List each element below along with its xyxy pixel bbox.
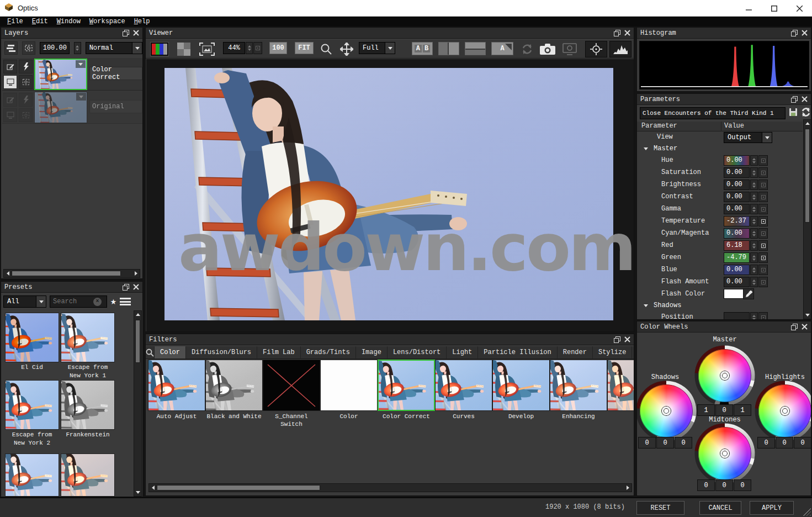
tab-image[interactable]: Image [356,346,388,358]
layer-thumbnail[interactable] [34,92,87,123]
filter-item[interactable]: Curves [435,360,492,427]
param-value-input[interactable]: 0.00 [724,167,750,178]
menu-file[interactable]: File [3,18,27,25]
param-spinner[interactable] [750,167,758,178]
float-panel-icon[interactable] [791,30,798,36]
param-value-input[interactable]: -4.79 [724,252,750,263]
param-spinner[interactable] [750,277,758,287]
close-panel-icon[interactable] [624,30,630,36]
view-mode-select[interactable]: Full [359,42,395,54]
param-spinner[interactable] [750,216,758,226]
presets-vertical-scrollbar[interactable] [134,310,142,497]
cancel-button[interactable]: CANCEL [699,501,741,515]
chevron-down-icon[interactable] [76,60,86,68]
close-panel-icon[interactable] [802,324,808,330]
param-reset-icon[interactable] [758,204,768,214]
param-spinner[interactable] [750,252,758,263]
param-value-input[interactable]: 0.00 [724,155,750,166]
param-reset-icon[interactable] [758,167,768,178]
close-button[interactable] [787,0,812,17]
layer-opacity-spinner[interactable] [74,42,81,54]
pan-tool-icon[interactable] [339,42,354,56]
filter-item[interactable]: S_Channel Switch [263,360,320,427]
layer-visibility-icon[interactable] [3,75,17,89]
preset-name-field[interactable]: Close Encounters of the Third Kind 1 [640,107,786,119]
resize-grip[interactable] [803,508,811,516]
preset-item[interactable]: Escape from New York 1 [61,313,115,380]
scroll-right-icon[interactable] [132,270,140,277]
close-panel-icon[interactable] [624,336,630,342]
scrollbar-thumb[interactable] [157,485,320,490]
layer-row-original[interactable]: Original [2,91,142,124]
param-reset-icon[interactable] [758,252,768,263]
save-preset-icon[interactable] [789,108,798,119]
layer-name[interactable]: Original [89,100,142,113]
fit-button[interactable]: FIT [295,42,314,54]
layer-list-icon[interactable] [4,41,18,55]
color-wheel-master[interactable] [691,341,759,410]
zoom-reset-icon[interactable] [253,42,262,54]
eyedropper-icon[interactable] [743,288,754,299]
wheel-value[interactable]: 0 [734,479,751,491]
param-value-input[interactable]: 0.00 [724,277,750,287]
preset-item[interactable]: Frankenstein [61,380,115,439]
param-spinner[interactable] [750,155,758,166]
param-spinner[interactable] [750,192,758,202]
wheel-value[interactable]: 0 [697,479,715,491]
zoom-level-input[interactable]: 44% [223,42,245,54]
wheel-value[interactable]: 0 [656,437,674,449]
menu-workspace[interactable]: Workspace [86,18,129,25]
section-master[interactable]: Master [637,144,803,155]
param-spinner[interactable] [750,180,758,190]
float-panel-icon[interactable] [123,284,129,291]
filter-item[interactable]: Develop [492,360,550,427]
float-panel-icon[interactable] [123,30,129,36]
filter-item[interactable]: Fluor [607,360,634,427]
ab-compare-button[interactable]: A B [412,42,433,55]
snapshot-camera-icon[interactable] [539,42,556,56]
param-reset-icon[interactable] [758,216,768,226]
param-reset-icon[interactable] [758,192,768,202]
float-panel-icon[interactable] [614,336,620,343]
wheel-marker[interactable] [662,407,671,415]
preset-category-select[interactable]: All [3,296,46,308]
preset-search-box[interactable] [50,296,107,308]
wheel-value[interactable]: 0 [757,437,775,449]
layer-visibility-icon[interactable] [3,108,17,122]
transform-frame-icon[interactable] [22,41,35,55]
layer-frame-icon[interactable] [19,75,33,89]
tab-diffusion-blurs[interactable]: Diffusion/Blurs [186,346,257,358]
scroll-left-icon[interactable] [149,484,157,492]
menu-help[interactable]: Help [130,18,154,25]
section-shadows[interactable]: Shadows [637,300,803,312]
wheel-value[interactable]: 1 [734,404,751,416]
wheel-marker[interactable] [720,449,729,458]
layer-fx-bolt-icon[interactable] [19,60,33,73]
tab-film-lab[interactable]: Film Lab [257,346,301,358]
scrollbar-thumb[interactable] [805,129,810,223]
pixel-probe-icon[interactable] [585,41,607,57]
scrollbar-thumb[interactable] [12,271,121,276]
float-panel-icon[interactable] [791,96,798,103]
color-wheel-highlights[interactable] [751,377,811,445]
param-value-input[interactable]: 0.00 [724,180,750,190]
layers-horizontal-scrollbar[interactable] [3,269,140,278]
apply-button[interactable]: APPLY [750,501,794,515]
param-value-input[interactable]: 6.18 [724,240,750,251]
wheel-value[interactable]: 0 [715,479,733,491]
param-spinner[interactable] [750,312,758,320]
alpha-checkerboard-icon[interactable] [177,42,191,56]
filter-item[interactable]: Enhancing [550,360,607,427]
layer-row-color-correct[interactable]: Color Correct [2,58,142,91]
wheel-value[interactable]: 0 [776,437,793,449]
view-output-select[interactable]: Output [724,132,772,143]
tab-stylize[interactable]: Stylize [593,346,632,358]
tab-grads-tints[interactable]: Grads/Tints [301,346,356,358]
search-input[interactable] [50,297,93,306]
parameters-vertical-scrollbar[interactable] [803,119,811,319]
viewer-canvas[interactable]: awdown.com [146,59,634,331]
split-vertical-button[interactable] [438,42,459,55]
histogram-toggle-icon[interactable] [609,41,631,57]
param-value-input[interactable]: 0.00 [724,228,750,239]
close-panel-icon[interactable] [802,30,808,36]
